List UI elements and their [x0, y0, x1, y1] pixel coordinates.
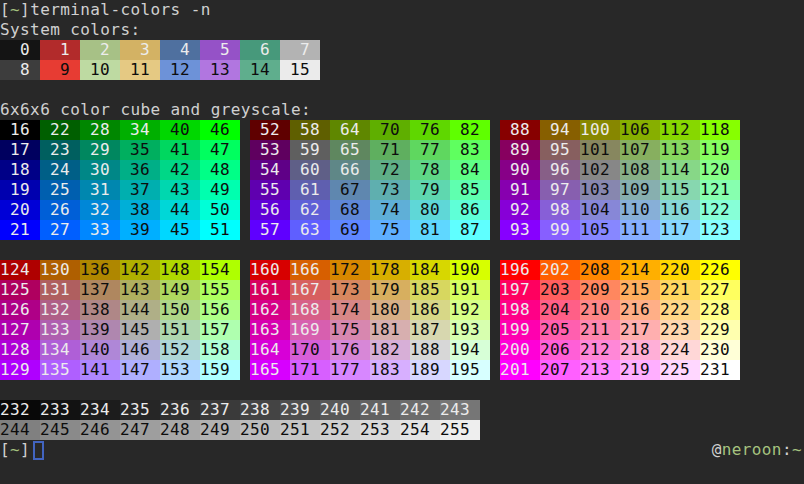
cube-row: 8995101107113119 — [500, 140, 740, 160]
terminal-cursor — [33, 441, 44, 460]
color-cell-153: 153 — [160, 360, 200, 380]
cube-row: 165171177183189195 — [250, 360, 490, 380]
color-cell-8: 8 — [0, 60, 40, 80]
color-cell-106: 106 — [620, 120, 660, 140]
color-cell-199: 199 — [500, 320, 540, 340]
color-cell-221: 221 — [660, 280, 700, 300]
command-text: terminal-colors -n — [30, 0, 211, 19]
status-colon: : — [782, 440, 792, 459]
color-cell-12: 12 — [160, 60, 200, 80]
color-cell-42: 42 — [160, 160, 200, 180]
color-cell-114: 114 — [660, 160, 700, 180]
terminal-screen[interactable]: [~]terminal-colors -n System colors: 012… — [0, 0, 804, 484]
color-cell-194: 194 — [450, 340, 490, 360]
color-cell-98: 98 — [540, 200, 580, 220]
color-cell-59: 59 — [290, 140, 330, 160]
cube-row: 128134140146152158 — [0, 340, 240, 360]
color-cell-18: 18 — [0, 160, 40, 180]
color-cell-144: 144 — [120, 300, 160, 320]
color-cell-170: 170 — [290, 340, 330, 360]
color-cell-90: 90 — [500, 160, 540, 180]
cube-row: 9197103109115121 — [500, 180, 740, 200]
color-cell-43: 43 — [160, 180, 200, 200]
color-cell-192: 192 — [450, 300, 490, 320]
cube-row: 202632384450 — [0, 200, 240, 220]
color-cell-15: 15 — [280, 60, 320, 80]
cube-row: 164170176182188194 — [250, 340, 490, 360]
color-cell-212: 212 — [580, 340, 620, 360]
color-cell-152: 152 — [160, 340, 200, 360]
color-cell-29: 29 — [80, 140, 120, 160]
color-cell-56: 56 — [250, 200, 290, 220]
cube-row: 9399105111117123 — [500, 220, 740, 240]
color-cell-110: 110 — [620, 200, 660, 220]
color-cell-213: 213 — [580, 360, 620, 380]
color-cell-21: 21 — [0, 220, 40, 240]
color-cell-146: 146 — [120, 340, 160, 360]
cube-row: 535965717783 — [250, 140, 490, 160]
color-cell-34: 34 — [120, 120, 160, 140]
color-cell-51: 51 — [200, 220, 240, 240]
color-cell-111: 111 — [620, 220, 660, 240]
color-cell-65: 65 — [330, 140, 370, 160]
color-cell-77: 77 — [410, 140, 450, 160]
color-cell-139: 139 — [80, 320, 120, 340]
color-cell-149: 149 — [160, 280, 200, 300]
color-cell-83: 83 — [450, 140, 490, 160]
color-cell-7: 7 — [280, 40, 320, 60]
cube-label: 6x6x6 color cube and greyscale: — [0, 100, 804, 120]
color-cell-40: 40 — [160, 120, 200, 140]
color-cell-193: 193 — [450, 320, 490, 340]
color-cell-196: 196 — [500, 260, 540, 280]
color-cell-5: 5 — [200, 40, 240, 60]
color-cell-47: 47 — [200, 140, 240, 160]
color-cell-100: 100 — [580, 120, 620, 140]
color-cell-141: 141 — [80, 360, 120, 380]
prompt-line-top: [~]terminal-colors -n — [0, 0, 804, 20]
color-cell-52: 52 — [250, 120, 290, 140]
color-cell-74: 74 — [370, 200, 410, 220]
color-cell-99: 99 — [540, 220, 580, 240]
color-cell-227: 227 — [700, 280, 740, 300]
color-cell-163: 163 — [250, 320, 290, 340]
color-cell-55: 55 — [250, 180, 290, 200]
color-cell-39: 39 — [120, 220, 160, 240]
cube-row: 9096102108114120 — [500, 160, 740, 180]
color-cell-230: 230 — [700, 340, 740, 360]
color-cell-96: 96 — [540, 160, 580, 180]
color-cell-186: 186 — [410, 300, 450, 320]
color-cell-226: 226 — [700, 260, 740, 280]
color-cell-82: 82 — [450, 120, 490, 140]
color-cell-80: 80 — [410, 200, 450, 220]
color-cell-97: 97 — [540, 180, 580, 200]
cube-block-6: 1962022082142202261972032092152212271982… — [500, 260, 740, 380]
color-cell-155: 155 — [200, 280, 240, 300]
cube-section-bottom: 1241301361421481541251311371431491551261… — [0, 260, 804, 380]
color-cell-37: 37 — [120, 180, 160, 200]
cube-row: 197203209215221227 — [500, 280, 740, 300]
color-cell-1: 1 — [40, 40, 80, 60]
color-cell-46: 46 — [200, 120, 240, 140]
cube-row: 127133139145151157 — [0, 320, 240, 340]
color-cell-157: 157 — [200, 320, 240, 340]
color-cell-182: 182 — [370, 340, 410, 360]
color-cell-50: 50 — [200, 200, 240, 220]
color-cell-237: 237 — [200, 400, 240, 420]
cube-row: 160166172178184190 — [250, 260, 490, 280]
color-cell-137: 137 — [80, 280, 120, 300]
system-colors-row-bright: 89101112131415 — [0, 60, 804, 80]
color-cell-136: 136 — [80, 260, 120, 280]
color-cell-118: 118 — [700, 120, 740, 140]
color-cell-28: 28 — [80, 120, 120, 140]
color-cell-218: 218 — [620, 340, 660, 360]
color-cell-242: 242 — [400, 400, 440, 420]
color-cell-94: 94 — [540, 120, 580, 140]
color-cell-14: 14 — [240, 60, 280, 80]
cube-block-5: 1601661721781841901611671731791851911621… — [250, 260, 490, 380]
color-cell-20: 20 — [0, 200, 40, 220]
color-cell-24: 24 — [40, 160, 80, 180]
color-cell-236: 236 — [160, 400, 200, 420]
color-cell-159: 159 — [200, 360, 240, 380]
color-cell-116: 116 — [660, 200, 700, 220]
color-cell-238: 238 — [240, 400, 280, 420]
